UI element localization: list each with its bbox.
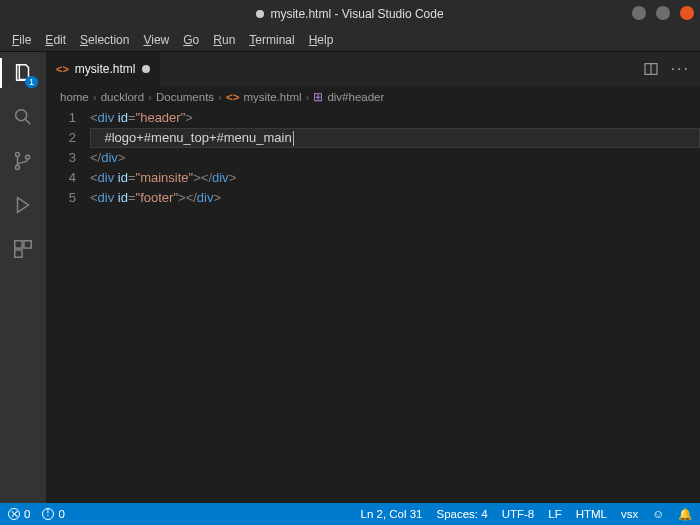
code-line[interactable]: <div id="footer"></div> — [90, 188, 700, 208]
menu-selection[interactable]: Selection — [74, 31, 135, 49]
window-minimize-button[interactable] — [632, 6, 646, 20]
status-cursor-pos[interactable]: Ln 2, Col 31 — [361, 508, 423, 520]
status-feedback-icon[interactable]: ☺ — [652, 508, 664, 520]
tab-label: mysite.html — [75, 62, 136, 76]
svg-point-4 — [26, 155, 30, 159]
menu-edit[interactable]: Edit — [39, 31, 72, 49]
play-bug-icon — [12, 194, 34, 216]
activity-source-control[interactable] — [10, 148, 36, 174]
chevron-right-icon: › — [306, 91, 310, 103]
line-number-gutter: 12345 — [46, 108, 90, 503]
main-area: 1 <> mysite.html ··· home› — [0, 52, 700, 503]
crumb[interactable]: ducklord — [101, 91, 144, 103]
code-line[interactable]: </div> — [90, 148, 700, 168]
svg-line-1 — [25, 119, 30, 124]
crumb-symbol[interactable]: div#header — [327, 91, 384, 103]
breadcrumb[interactable]: home› ducklord› Documents› <> mysite.htm… — [46, 86, 700, 108]
menu-go[interactable]: Go — [177, 31, 205, 49]
svg-point-3 — [15, 165, 19, 169]
status-bell-icon[interactable]: 🔔 — [678, 507, 692, 521]
more-actions-icon[interactable]: ··· — [671, 60, 690, 78]
menu-view[interactable]: View — [137, 31, 175, 49]
crumb[interactable]: home — [60, 91, 89, 103]
branch-icon — [12, 150, 34, 172]
chevron-right-icon: › — [93, 91, 97, 103]
status-bar: 0 0 Ln 2, Col 31 Spaces: 4 UTF-8 LF HTML… — [0, 503, 700, 525]
status-warnings[interactable]: 0 — [42, 508, 64, 520]
code-content[interactable]: <div id="header"> #logo+#menu_top+#menu_… — [90, 108, 700, 503]
error-icon — [8, 508, 20, 520]
activity-explorer[interactable]: 1 — [10, 60, 36, 86]
window-controls — [632, 6, 694, 20]
window-titlebar: mysite.html - Visual Studio Code — [0, 0, 700, 28]
menubar: File Edit Selection View Go Run Terminal… — [0, 28, 700, 52]
window-maximize-button[interactable] — [656, 6, 670, 20]
activity-run-debug[interactable] — [10, 192, 36, 218]
activity-bar: 1 — [0, 52, 46, 503]
dirty-indicator-icon — [256, 10, 264, 18]
text-cursor — [293, 131, 294, 146]
window-close-button[interactable] — [680, 6, 694, 20]
code-line[interactable]: <div id="header"> — [90, 108, 700, 128]
svg-rect-6 — [15, 241, 22, 248]
status-eol[interactable]: LF — [548, 508, 561, 520]
html-file-icon: <> — [226, 91, 239, 103]
title-text: mysite.html - Visual Studio Code — [270, 7, 443, 21]
status-errors[interactable]: 0 — [8, 508, 30, 520]
svg-point-2 — [15, 153, 19, 157]
activity-extensions[interactable] — [10, 236, 36, 262]
status-language[interactable]: HTML — [576, 508, 607, 520]
crumb[interactable]: Documents — [156, 91, 214, 103]
status-extra[interactable]: vsx — [621, 508, 638, 520]
activity-search[interactable] — [10, 104, 36, 130]
editor-area: <> mysite.html ··· home› ducklord› Docum… — [46, 52, 700, 503]
tab-mysite[interactable]: <> mysite.html — [46, 52, 161, 86]
tab-actions: ··· — [633, 52, 700, 86]
menu-help[interactable]: Help — [303, 31, 340, 49]
svg-rect-7 — [24, 241, 31, 248]
code-editor[interactable]: 12345 <div id="header"> #logo+#menu_top+… — [46, 108, 700, 503]
warning-icon — [42, 508, 54, 520]
symbol-icon: ⊞ — [313, 90, 323, 104]
status-encoding[interactable]: UTF-8 — [502, 508, 535, 520]
menu-run[interactable]: Run — [207, 31, 241, 49]
search-icon — [12, 106, 34, 128]
chevron-right-icon: › — [218, 91, 222, 103]
svg-point-0 — [16, 110, 27, 121]
status-indent[interactable]: Spaces: 4 — [437, 508, 488, 520]
menu-terminal[interactable]: Terminal — [243, 31, 300, 49]
window-title: mysite.html - Visual Studio Code — [256, 7, 443, 21]
code-line[interactable]: <div id="mainsite"></div> — [90, 168, 700, 188]
explorer-badge: 1 — [25, 76, 38, 88]
html-file-icon: <> — [56, 63, 69, 75]
crumb-file[interactable]: mysite.html — [243, 91, 301, 103]
extensions-icon — [12, 238, 34, 260]
split-editor-icon[interactable] — [643, 61, 659, 77]
svg-marker-5 — [18, 198, 29, 213]
code-line[interactable]: #logo+#menu_top+#menu_main — [90, 128, 700, 148]
svg-rect-8 — [15, 250, 22, 257]
tab-dirty-icon — [142, 65, 150, 73]
tab-bar: <> mysite.html ··· — [46, 52, 700, 86]
menu-file[interactable]: File — [6, 31, 37, 49]
chevron-right-icon: › — [148, 91, 152, 103]
